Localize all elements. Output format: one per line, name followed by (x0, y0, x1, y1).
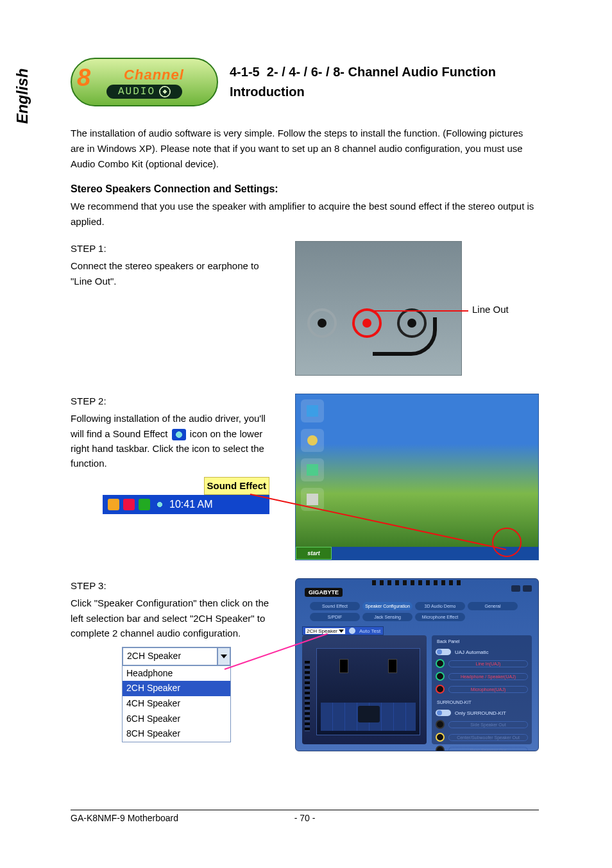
panel-body: 2CH Speaker Auto Test B (302, 635, 532, 744)
tab-spdif[interactable]: S/PDIF (310, 613, 360, 621)
autotest-button[interactable] (349, 628, 355, 634)
desktop-icon[interactable] (301, 429, 324, 452)
start-button[interactable]: start (296, 547, 332, 560)
jack-panel: Back Panel UAJ Automatic Line In(UAJ) He… (432, 635, 532, 744)
jack-label: Rear Speaker Out (448, 747, 528, 752)
dropdown-option[interactable]: 6CH Speaker (123, 712, 230, 727)
step3-text-col: STEP 3: Click "Speaker Configuration" th… (71, 578, 276, 751)
kit-toggle[interactable] (436, 710, 451, 716)
jack-icon[interactable] (436, 685, 445, 694)
jack-icon[interactable] (436, 720, 445, 729)
kit-toggle-row: Only SURROUND-KIT (436, 710, 528, 716)
back-panel-title: Back Panel (437, 639, 528, 644)
room-seat (358, 706, 380, 722)
svg-rect-0 (307, 405, 318, 417)
tab-microphone-effect[interactable]: Microphone Effect (415, 613, 465, 621)
jack-row: Side Speaker Out (436, 720, 528, 729)
logo-word: Channel (124, 67, 184, 83)
heading-row: 8 Channel AUDIO 4-1-5 2- / 4- / 6- / 8- … (71, 58, 539, 106)
channel-audio-logo: 8 Channel AUDIO (71, 58, 218, 106)
logo-number: 8 (77, 64, 90, 92)
room-illustration (316, 648, 420, 735)
jack-label: Side Speaker Out (448, 721, 528, 728)
tab-jack-sensing[interactable]: Jack Sensing (362, 613, 412, 621)
windows-desktop: start (295, 394, 539, 560)
room-preview: 2CH Speaker Auto Test (302, 635, 427, 744)
subheading: Stereo Speakers Connection and Settings: (71, 183, 539, 195)
window-handle[interactable] (372, 580, 462, 585)
subheading-text: We recommend that you use the speaker wi… (71, 199, 539, 230)
logo-audio-text: AUDIO (118, 86, 155, 97)
dropdown-button[interactable] (217, 647, 230, 665)
systray-bar: 10:41 AM (103, 495, 269, 515)
step1-figure-wrap: Line Out (295, 241, 539, 376)
intro-paragraph: The installation of audio software is ve… (71, 126, 539, 172)
port-line-in (307, 308, 337, 338)
tray-icon[interactable] (108, 499, 119, 510)
step1-photo (295, 241, 462, 376)
footer-left: GA-K8NMF-9 Motherboard (71, 813, 178, 823)
jack-row: Rear Speaker Out (436, 746, 528, 751)
step1-label: STEP 1: (71, 241, 276, 256)
minimize-button[interactable] (511, 585, 520, 592)
uaj-label: UAJ Automatic (455, 649, 488, 655)
desktop-icon[interactable] (301, 399, 324, 422)
window-controls (511, 585, 532, 592)
tray-sound-effect-icon[interactable] (154, 499, 166, 510)
svg-rect-3 (307, 494, 318, 505)
tab-general[interactable]: General (468, 602, 518, 610)
sound-effect-tooltip: Sound Effect (204, 477, 270, 494)
section-heading: 4-1-5 2- / 4- / 6- / 8- Channel Audio Fu… (230, 65, 496, 99)
desktop-icon[interactable] (301, 458, 324, 481)
uaj-toggle[interactable] (436, 649, 451, 655)
logo-audio-bar: AUDIO (106, 85, 182, 99)
dropdown-field[interactable]: 2CH Speaker (123, 647, 230, 665)
speaker-config-window: GIGABYTE Sound Effect Speaker Configurat… (295, 578, 539, 751)
page-content: 8 Channel AUDIO 4-1-5 2- / 4- / 6- / 8- … (71, 58, 539, 769)
chevron-down-icon (221, 655, 227, 658)
svg-point-1 (307, 435, 318, 446)
svg-marker-4 (221, 655, 227, 658)
channel-selector[interactable]: 2CH Speaker Auto Test (302, 626, 384, 635)
jack-icon[interactable] (436, 659, 445, 668)
dropdown-option[interactable]: 4CH Speaker (123, 696, 230, 712)
speaker-right-icon (388, 659, 397, 673)
jack-label: Line In(UAJ) (448, 660, 528, 667)
jack-icon[interactable] (436, 672, 445, 681)
jack-icon[interactable] (436, 733, 445, 742)
step2-text-col: STEP 2: Following installation of the au… (71, 394, 276, 560)
chevron-down-icon (339, 630, 344, 633)
equalizer-strip[interactable] (305, 661, 310, 731)
language-label: English (13, 69, 31, 124)
step-2: STEP 2: Following installation of the au… (71, 394, 539, 560)
dropdown-option[interactable]: 8CH Speaker (123, 726, 230, 742)
heading-number: 4-1-5 (230, 65, 260, 79)
step-1: STEP 1: Connect the stereo speakers or e… (71, 241, 539, 376)
audio-cable (373, 317, 437, 356)
tray-clock: 10:41 AM (169, 497, 213, 513)
close-button[interactable] (523, 585, 532, 592)
tab-speaker-configuration[interactable]: Speaker Configuration (362, 602, 412, 610)
jack-label: Center/Subwoofer Speaker Out (448, 734, 528, 741)
dropdown-option-selected[interactable]: 2CH Speaker (123, 681, 230, 696)
step1-text: Connect the stereo speakers or earphone … (71, 258, 276, 288)
tab-sound-effect[interactable]: Sound Effect (310, 602, 360, 610)
jack-label: Microphone(UAJ) (448, 686, 528, 693)
step2-label: STEP 2: (71, 394, 276, 408)
surround-kit-title: SURROUND-KIT (437, 700, 528, 705)
uaj-row: UAJ Automatic (436, 649, 528, 655)
channel-select-value: 2CH Speaker (307, 628, 337, 634)
tab-strip: Sound Effect Speaker Configuration 3D Au… (310, 602, 524, 621)
svg-marker-5 (339, 630, 344, 633)
tab-3d-audio-demo[interactable]: 3D Audio Demo (415, 602, 465, 610)
tray-icon[interactable] (139, 499, 150, 510)
dropdown-option[interactable]: Headphone (123, 666, 230, 681)
jack-row: Headphone / Speaker(UAJ) (436, 672, 528, 681)
tray-icon[interactable] (123, 499, 135, 510)
channel-select-box[interactable]: 2CH Speaker (305, 628, 345, 634)
jack-icon[interactable] (436, 746, 445, 751)
taskbar-zoom: Sound Effect 10:41 AM (103, 477, 269, 514)
jack-label: Headphone / Speaker(UAJ) (448, 673, 528, 680)
heading-title-2: Introduction (230, 85, 496, 99)
step1-text-col: STEP 1: Connect the stereo speakers or e… (71, 241, 276, 376)
